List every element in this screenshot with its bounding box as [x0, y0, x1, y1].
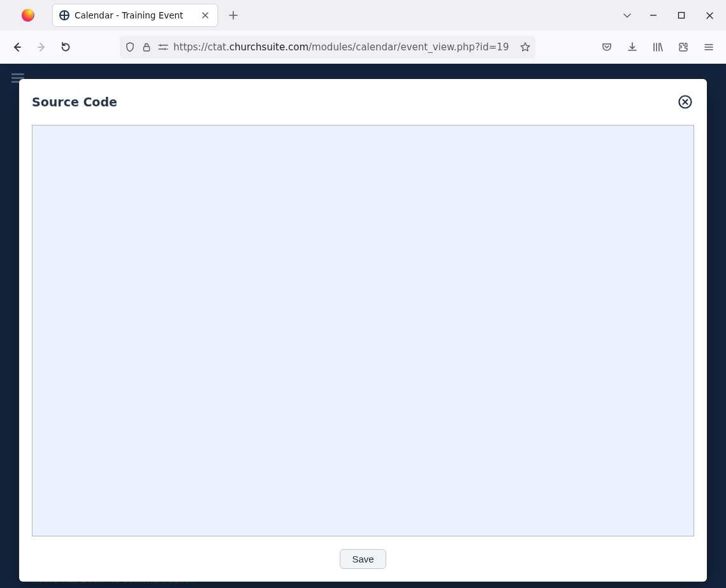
extensions-icon[interactable] [672, 36, 694, 58]
app-menu-icon[interactable] [698, 36, 720, 58]
window-controls [639, 0, 723, 31]
svg-point-6 [159, 44, 161, 46]
source-code-modal: Source Code Save [19, 79, 707, 582]
browser-toolbar: https://ctat.churchsuite.com/modules/cal… [0, 31, 726, 64]
lock-icon[interactable] [140, 41, 153, 54]
window-close-button[interactable] [695, 1, 723, 29]
browser-titlebar: Calendar - Training Event [0, 0, 726, 31]
save-button[interactable]: Save [340, 549, 386, 569]
svg-rect-4 [679, 13, 685, 18]
svg-point-7 [164, 48, 166, 50]
tab-favicon-icon [59, 10, 69, 20]
nav-back-button[interactable] [6, 36, 28, 58]
firefox-logo [5, 8, 52, 23]
permissions-icon[interactable] [157, 41, 170, 54]
url-path: /modules/calendar/event_view.php?id=19 [309, 41, 509, 53]
tab-title: Calendar - Training Event [75, 10, 194, 20]
modal-title: Source Code [32, 95, 117, 109]
window-minimize-button[interactable] [639, 1, 667, 29]
tab-close-button[interactable] [200, 10, 211, 21]
url-text: https://ctat.churchsuite.com/modules/cal… [173, 41, 515, 53]
library-icon[interactable] [647, 36, 669, 58]
url-bar[interactable]: https://ctat.churchsuite.com/modules/cal… [120, 36, 535, 59]
page-content: There has been no communication Source C… [0, 64, 726, 588]
tracking-protection-icon[interactable] [124, 41, 136, 54]
bookmark-star-icon[interactable] [519, 41, 532, 54]
url-prefix: https://ctat. [173, 41, 229, 53]
svg-rect-5 [144, 47, 150, 51]
source-code-textarea[interactable] [32, 125, 694, 536]
modal-header: Source Code [32, 89, 694, 115]
tab-overflow-button[interactable] [616, 4, 638, 26]
modal-close-button[interactable] [676, 93, 694, 111]
nav-reload-button[interactable] [55, 36, 76, 58]
nav-forward-button[interactable] [31, 36, 52, 58]
new-tab-button[interactable] [223, 5, 243, 25]
window-maximize-button[interactable] [667, 1, 695, 29]
modal-footer: Save [32, 549, 694, 569]
pocket-icon[interactable] [596, 36, 618, 58]
toolbar-right [596, 36, 720, 58]
browser-tab[interactable]: Calendar - Training Event [52, 4, 218, 27]
downloads-icon[interactable] [621, 36, 643, 58]
url-host: churchsuite.com [229, 41, 309, 53]
